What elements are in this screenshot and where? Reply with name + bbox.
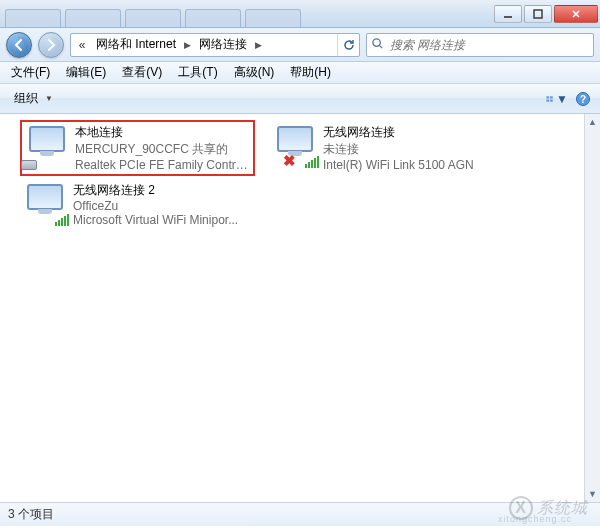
item-title: 本地连接 [75,124,250,141]
svg-rect-6 [546,96,549,98]
nav-back-button[interactable] [6,32,32,58]
breadcrumb-history-chevron[interactable]: « [73,38,91,52]
menu-help[interactable]: 帮助(H) [283,62,338,83]
menu-tools[interactable]: 工具(T) [171,62,224,83]
adapter-icon: ✖ [273,124,317,168]
title-tab [65,9,121,27]
title-tab [185,9,241,27]
menu-view[interactable]: 查看(V) [115,62,169,83]
svg-text:?: ? [580,94,586,105]
help-button[interactable]: ? [572,88,594,110]
nav-forward-button[interactable] [38,32,64,58]
item-sub2: Microsoft Virtual WiFi Minipor... [73,213,252,227]
svg-point-4 [373,38,380,45]
organize-label: 组织 [14,90,38,107]
item-sub2: Realtek PCIe FE Family Control... [75,158,250,172]
menu-edit[interactable]: 编辑(E) [59,62,113,83]
statusbar: 3 个项目 X 系统城 xitongcheng.cc [0,502,600,526]
maximize-button[interactable] [524,5,552,23]
connection-item-local[interactable]: 本地连接 MERCURY_90CCFC 共享的 Realtek PCIe FE … [20,120,255,176]
signal-icon [55,214,69,226]
svg-rect-8 [546,99,549,101]
svg-rect-9 [550,99,553,101]
toolbar: 组织 ▼ ▼ ? [0,84,600,114]
title-tab [5,9,61,27]
scroll-up-button[interactable]: ▲ [585,114,600,130]
window-titlebar [0,0,600,28]
scroll-thumb[interactable] [585,130,600,486]
item-sub1: 未连接 [323,141,502,158]
item-title: 无线网络连接 [323,124,502,141]
organize-button[interactable]: 组织 ▼ [6,87,61,110]
plug-icon [21,160,37,170]
connection-item-wireless[interactable]: ✖ 无线网络连接 未连接 Intel(R) WiFi Link 5100 AGN [270,122,505,174]
watermark-url: xitongcheng.cc [498,514,572,524]
chevron-right-icon: ▶ [252,40,265,50]
adapter-icon [25,124,69,168]
signal-icon [305,156,319,168]
search-box[interactable] [366,33,594,57]
view-options-button[interactable]: ▼ [546,88,568,110]
menu-file[interactable]: 文件(F) [4,62,57,83]
content-area: 本地连接 MERCURY_90CCFC 共享的 Realtek PCIe FE … [0,114,600,502]
address-row: « 网络和 Internet ▶ 网络连接 ▶ [0,28,600,62]
close-button[interactable] [554,5,598,23]
breadcrumb-segment[interactable]: 网络和 Internet [91,34,181,56]
item-sub1: OfficeZu [73,199,252,213]
refresh-button[interactable] [337,34,359,56]
adapter-icon [23,182,67,226]
svg-rect-1 [534,10,542,18]
disconnected-x-icon: ✖ [283,152,296,170]
chevron-right-icon: ▶ [181,40,194,50]
search-input[interactable] [387,38,593,52]
menubar: 文件(F) 编辑(E) 查看(V) 工具(T) 高级(N) 帮助(H) [0,62,600,84]
item-title: 无线网络连接 2 [73,182,252,199]
menu-advanced[interactable]: 高级(N) [227,62,282,83]
chevron-down-icon: ▼ [45,94,53,103]
items-pane[interactable]: 本地连接 MERCURY_90CCFC 共享的 Realtek PCIe FE … [0,114,584,502]
breadcrumb[interactable]: « 网络和 Internet ▶ 网络连接 ▶ [70,33,360,57]
breadcrumb-segment[interactable]: 网络连接 [194,34,252,56]
item-sub2: Intel(R) WiFi Link 5100 AGN [323,158,502,172]
title-tab [125,9,181,27]
connection-item-wireless2[interactable]: 无线网络连接 2 OfficeZu Microsoft Virtual WiFi… [20,180,255,229]
title-tab [245,9,301,27]
scrollbar[interactable]: ▲ ▼ [584,114,600,502]
svg-line-5 [379,45,382,48]
status-count: 3 个项目 [8,506,54,523]
watermark: X 系统城 xitongcheng.cc [509,496,588,520]
minimize-button[interactable] [494,5,522,23]
search-icon [371,37,387,53]
svg-rect-7 [550,96,553,98]
item-sub1: MERCURY_90CCFC 共享的 [75,141,250,158]
